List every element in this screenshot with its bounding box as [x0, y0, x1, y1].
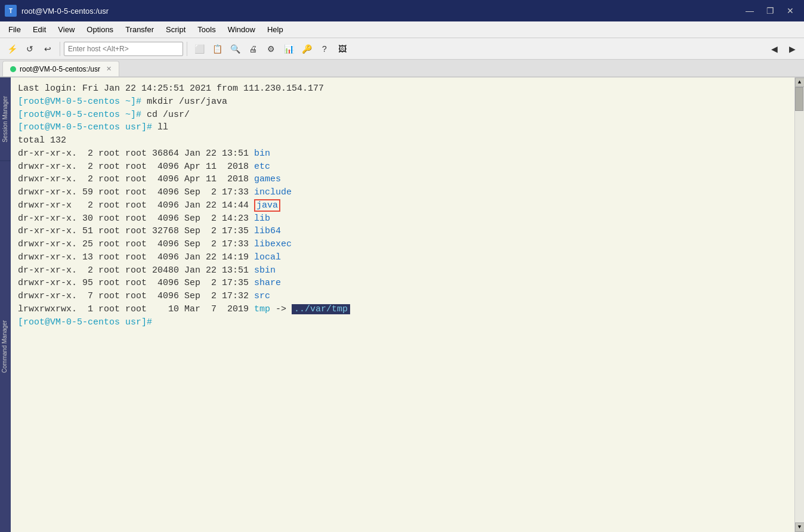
terminal-line-13: drwxr-xr-x. 13 root root 4096 Jan 22 14:…: [18, 251, 787, 264]
title-bar: T root@VM-0-5-centos:/usr — ❐ ✕: [0, 0, 804, 21]
tmp-symlink-highlight: ../var/tmp: [292, 304, 350, 314]
tab-close-button[interactable]: ✕: [106, 65, 112, 73]
toolbar-settings[interactable]: ⚙: [262, 41, 279, 57]
menu-file[interactable]: File: [2, 24, 27, 35]
toolbar-back[interactable]: ↩: [39, 41, 56, 57]
menu-edit[interactable]: Edit: [27, 24, 52, 35]
terminal-line-2: [root@VM-0-5-centos ~]# cd /usr/: [18, 109, 787, 122]
toolbar-copy[interactable]: 📋: [209, 41, 225, 57]
toolbar: ⚡ ↺ ↩ ⬜ 📋 🔍 🖨 ⚙ 📊 🔑 ? 🖼 ◀ ▶: [0, 38, 804, 60]
app-icon: T: [5, 5, 17, 17]
toolbar-key[interactable]: 🔑: [298, 41, 315, 57]
toolbar-lightning[interactable]: ⚡: [4, 41, 20, 57]
toolbar-image[interactable]: 🖼: [334, 41, 351, 57]
terminal-line-10: dr-xr-xr-x. 30 root root 4096 Sep 2 14:2…: [18, 212, 787, 225]
toolbar-print[interactable]: 🖨: [245, 41, 261, 57]
session-manager-label[interactable]: Session Manager: [0, 78, 11, 160]
tab-status-dot: [10, 66, 16, 72]
menu-bar: File Edit View Options Transfer Script T…: [0, 21, 804, 38]
maximize-button[interactable]: ❐: [761, 3, 779, 18]
terminal-line-12: drwxr-xr-x. 25 root root 4096 Sep 2 17:3…: [18, 238, 787, 251]
terminal-line-4: total 132: [18, 134, 787, 147]
minimize-button[interactable]: —: [741, 3, 759, 18]
terminal-line-14: dr-xr-xr-x. 2 root root 20480 Jan 22 13:…: [18, 264, 787, 277]
toolbar-arrows: ◀ ▶: [766, 41, 800, 57]
scroll-down-button[interactable]: ▼: [795, 522, 805, 532]
scroll-thumb[interactable]: [795, 87, 803, 111]
toolbar-sep-2: [187, 42, 187, 56]
tab-bar: root@VM-0-5-centos:/usr ✕: [0, 60, 804, 78]
terminal-line-8: drwxr-xr-x. 59 root root 4096 Sep 2 17:3…: [18, 186, 787, 199]
terminal-line-9: drwxr-xr-x 2 root root 4096 Jan 22 14:44…: [18, 199, 787, 212]
terminal-line-6: drwxr-xr-x. 2 root root 4096 Apr 11 2018…: [18, 160, 787, 174]
host-input[interactable]: [64, 42, 183, 56]
command-manager-label[interactable]: Command Manager: [0, 160, 11, 532]
terminal-line-7: drwxr-xr-x. 2 root root 4096 Apr 11 2018…: [18, 173, 787, 186]
active-tab[interactable]: root@VM-0-5-centos:/usr ✕: [2, 61, 119, 76]
window-controls: — ❐ ✕: [741, 3, 799, 18]
menu-script[interactable]: Script: [160, 24, 191, 35]
terminal-line-15: drwxr-xr-x. 95 root root 4096 Sep 2 17:3…: [18, 277, 787, 290]
side-labels: Session Manager Command Manager: [0, 78, 11, 532]
terminal-line-3: [root@VM-0-5-centos usr]# ll: [18, 121, 787, 134]
close-button[interactable]: ✕: [781, 3, 799, 18]
toolbar-arrow-left[interactable]: ◀: [766, 41, 783, 57]
terminal[interactable]: Last login: Fri Jan 22 14:25:51 2021 fro…: [11, 78, 794, 532]
scroll-up-button[interactable]: ▲: [795, 78, 805, 87]
toolbar-sep-1: [60, 42, 60, 56]
terminal-line-5: dr-xr-xr-x. 2 root root 36864 Jan 22 13:…: [18, 147, 787, 160]
menu-options[interactable]: Options: [81, 24, 119, 35]
toolbar-refresh[interactable]: ↺: [21, 41, 38, 57]
window-title: root@VM-0-5-centos:/usr: [21, 7, 741, 16]
terminal-line-11: dr-xr-xr-x. 51 root root 32768 Sep 2 17:…: [18, 225, 787, 238]
menu-view[interactable]: View: [52, 24, 81, 35]
main-area: Session Manager Command Manager Last log…: [0, 78, 804, 532]
terminal-line-17: lrwxrwxrwx. 1 root root 10 Mar 7 2019 tm…: [18, 303, 787, 316]
toolbar-monitor[interactable]: 📊: [280, 41, 297, 57]
java-dir-highlight: java: [254, 199, 280, 212]
menu-help[interactable]: Help: [261, 24, 289, 35]
toolbar-find[interactable]: 🔍: [227, 41, 243, 57]
menu-window[interactable]: Window: [222, 24, 261, 35]
toolbar-arrow-right[interactable]: ▶: [784, 41, 800, 57]
scroll-track[interactable]: [795, 87, 804, 522]
menu-transfer[interactable]: Transfer: [119, 24, 160, 35]
terminal-line-18: [root@VM-0-5-centos usr]#: [18, 316, 787, 329]
terminal-line-1: [root@VM-0-5-centos ~]# mkdir /usr/java: [18, 95, 787, 109]
tab-label: root@VM-0-5-centos:/usr: [20, 65, 100, 73]
scrollbar[interactable]: ▲ ▼: [794, 78, 804, 532]
toolbar-new-tab[interactable]: ⬜: [191, 41, 208, 57]
menu-tools[interactable]: Tools: [191, 24, 221, 35]
terminal-line-0: Last login: Fri Jan 22 14:25:51 2021 fro…: [18, 82, 787, 95]
terminal-line-16: drwxr-xr-x. 7 root root 4096 Sep 2 17:32…: [18, 290, 787, 303]
toolbar-help[interactable]: ?: [316, 41, 333, 57]
